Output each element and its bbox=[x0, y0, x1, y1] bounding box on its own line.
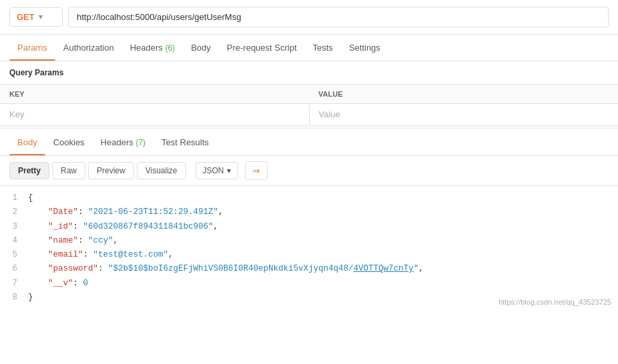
response-tabs: Body Cookies Headers (7) Test Results bbox=[0, 129, 618, 156]
value-cell[interactable]: Value bbox=[309, 104, 618, 125]
method-select[interactable]: GET ▾ bbox=[9, 7, 63, 27]
tab-response-body[interactable]: Body bbox=[9, 129, 45, 155]
col-value: VALUE bbox=[309, 85, 618, 104]
url-bar: GET ▾ bbox=[0, 0, 618, 35]
line-content-5: "email": "test@test.com", bbox=[28, 248, 618, 262]
tab-headers[interactable]: Headers (6) bbox=[122, 35, 183, 61]
line-num-1: 1 bbox=[0, 191, 28, 205]
key-cell[interactable]: Key bbox=[0, 104, 309, 125]
line-num-5: 5 bbox=[0, 248, 28, 262]
response-headers-badge: (7) bbox=[135, 138, 145, 147]
line-content-3: "_id": "60d320867f894311841bc906", bbox=[28, 220, 618, 234]
url-input[interactable] bbox=[68, 7, 609, 27]
tab-authorization[interactable]: Authorization bbox=[55, 35, 122, 61]
format-chevron: ▾ bbox=[227, 166, 231, 175]
wrap-icon: ⇒ bbox=[252, 165, 260, 176]
code-line-5: 5 "email": "test@test.com", bbox=[0, 248, 618, 262]
code-wrapper: 1 { 2 "Date": "2021-06-23T11:52:29.491Z"… bbox=[0, 186, 618, 310]
tab-body[interactable]: Body bbox=[183, 35, 219, 61]
tab-test-results[interactable]: Test Results bbox=[153, 129, 217, 155]
wrap-button[interactable]: ⇒ bbox=[245, 161, 268, 180]
response-section: Body Cookies Headers (7) Test Results Pr… bbox=[0, 125, 618, 310]
code-line-1: 1 { bbox=[0, 191, 618, 205]
btn-pretty[interactable]: Pretty bbox=[9, 162, 49, 179]
code-line-4: 4 "name": "ccy", bbox=[0, 234, 618, 248]
tab-cookies[interactable]: Cookies bbox=[45, 129, 93, 155]
params-table: KEY VALUE Key Value bbox=[0, 85, 618, 125]
line-num-8: 8 bbox=[0, 291, 28, 305]
query-params-title: Query Params bbox=[0, 61, 618, 85]
code-line-6: 6 "password": "$2b$10$boI6zgEFjWhiVS0B6I… bbox=[0, 262, 618, 276]
tab-response-headers[interactable]: Headers (7) bbox=[93, 129, 153, 155]
code-line-3: 3 "_id": "60d320867f894311841bc906", bbox=[0, 220, 618, 234]
line-content-4: "name": "ccy", bbox=[28, 234, 618, 248]
line-num-3: 3 bbox=[0, 220, 28, 234]
line-content-2: "Date": "2021-06-23T11:52:29.491Z", bbox=[28, 205, 618, 219]
watermark: https://blog.csdn.net/qq_43523725 bbox=[499, 298, 611, 306]
format-select[interactable]: JSON ▾ bbox=[196, 162, 238, 179]
line-content-7: "__v": 0 bbox=[28, 277, 618, 291]
code-line-7: 7 "__v": 0 bbox=[0, 277, 618, 291]
line-content-6: "password": "$2b$10$boI6zgEFjWhiVS0B6I0R… bbox=[28, 262, 618, 276]
btn-raw[interactable]: Raw bbox=[52, 162, 85, 179]
btn-preview[interactable]: Preview bbox=[88, 162, 134, 179]
password-link[interactable]: 4VOTTQw7cnTy bbox=[354, 264, 414, 273]
tab-tests[interactable]: Tests bbox=[305, 35, 341, 61]
body-toolbar: Pretty Raw Preview Visualize JSON ▾ ⇒ bbox=[0, 156, 618, 186]
tab-params[interactable]: Params bbox=[9, 35, 55, 61]
line-num-7: 7 bbox=[0, 277, 28, 291]
code-area: 1 { 2 "Date": "2021-06-23T11:52:29.491Z"… bbox=[0, 186, 618, 310]
code-line-2: 2 "Date": "2021-06-23T11:52:29.491Z", bbox=[0, 205, 618, 219]
format-label: JSON bbox=[203, 166, 224, 175]
tab-prerequest[interactable]: Pre-request Script bbox=[219, 35, 305, 61]
table-row: Key Value bbox=[0, 104, 618, 125]
method-label: GET bbox=[17, 12, 35, 22]
line-num-4: 4 bbox=[0, 234, 28, 248]
btn-visualize[interactable]: Visualize bbox=[137, 162, 186, 179]
method-chevron: ▾ bbox=[39, 13, 43, 21]
col-key: KEY bbox=[0, 85, 309, 104]
line-num-6: 6 bbox=[0, 262, 28, 276]
line-num-2: 2 bbox=[0, 205, 28, 219]
tab-settings[interactable]: Settings bbox=[341, 35, 388, 61]
request-tabs: Params Authorization Headers (6) Body Pr… bbox=[0, 35, 618, 61]
headers-badge: (6) bbox=[165, 43, 175, 53]
line-content-1: { bbox=[28, 191, 618, 205]
